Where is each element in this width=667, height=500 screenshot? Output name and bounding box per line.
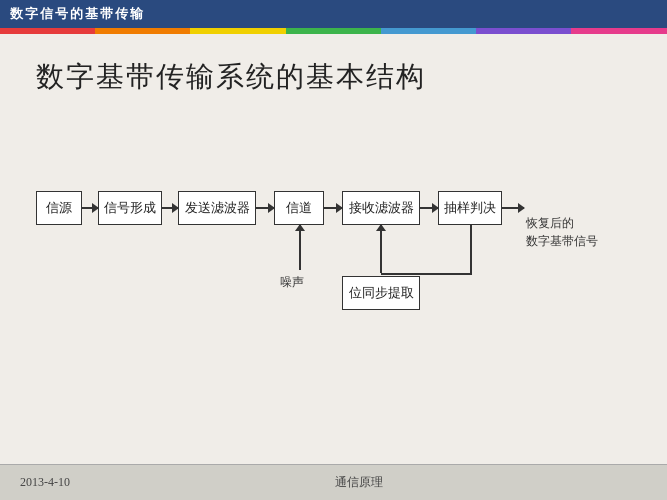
- footer-date: 2013-4-10: [20, 475, 70, 490]
- noise-label: 噪声: [280, 274, 304, 291]
- block-sync: 位同步提取: [342, 276, 420, 310]
- block-channel: 信道: [274, 191, 324, 225]
- block-signal-form: 信号形成: [98, 191, 162, 225]
- block-recv-filter: 接收滤波器: [342, 191, 420, 225]
- footer-title: 通信原理: [335, 474, 383, 491]
- arrow-sync-h: [381, 273, 470, 275]
- header-title: 数字信号的基带传输: [10, 5, 145, 23]
- arrow-sync-up: [380, 225, 382, 273]
- block-diagram: 信源 信号形成 发送滤波器 信道 噪声 接收滤波器: [36, 136, 631, 336]
- block-send-filter: 发送滤波器: [178, 191, 256, 225]
- page-title: 数字基带传输系统的基本结构: [36, 58, 631, 96]
- arrow-source-sigform: [82, 207, 98, 209]
- arrow-sample-down: [470, 225, 472, 275]
- arrow-recvfilter-sample: [420, 207, 438, 209]
- header-bar: 数字信号的基带传输: [0, 0, 667, 28]
- arrow-sendfilter-channel: [256, 207, 274, 209]
- arrow-noise: [299, 225, 301, 270]
- arrow-sigform-sendfilter: [162, 207, 178, 209]
- output-label: 恢复后的 数字基带信号: [526, 196, 598, 250]
- footer: 2013-4-10 通信原理: [0, 464, 667, 500]
- arrow-channel-recvfilter: [324, 207, 342, 209]
- main-content: 数字基带传输系统的基本结构 信源 信号形成 发送滤波器 信道 噪声: [0, 34, 667, 464]
- block-source: 信源: [36, 191, 82, 225]
- arrow-sample-output: [502, 207, 524, 209]
- block-sample: 抽样判决: [438, 191, 502, 225]
